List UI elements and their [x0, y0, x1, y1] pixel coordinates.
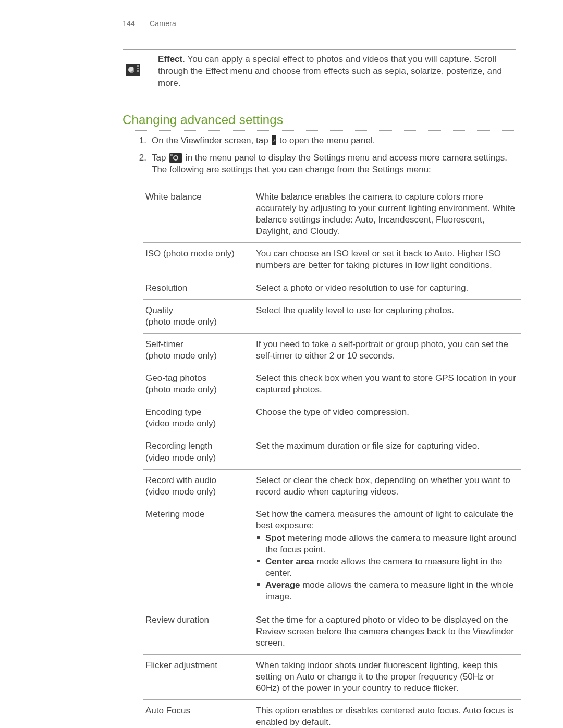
settings-row: Self-timer(photo mode only)If you need t…: [143, 333, 521, 367]
setting-description: Choose the type of video compression.: [256, 407, 409, 417]
setting-description-intro: Set how the camera measures the amount o…: [256, 509, 517, 532]
setting-label-cell: Review duration: [143, 609, 254, 654]
settings-row: Geo-tag photos(photo mode only)Select th…: [143, 367, 521, 401]
setting-bullet: Spot metering mode allows the camera to …: [263, 533, 517, 556]
bullet-bold: Spot: [265, 533, 285, 543]
section-rule-top: [123, 108, 516, 108]
setting-label-sub: (photo mode only): [145, 384, 250, 396]
effect-icon: [126, 64, 140, 76]
setting-bullet: Average mode allows the camera to measur…: [263, 579, 517, 602]
settings-row: Quality(photo mode only)Select the quali…: [143, 299, 521, 333]
document-page: 144 Camera Effect. You can apply a speci…: [0, 0, 563, 728]
setting-label-main: White balance: [145, 192, 202, 202]
chapter-title: Camera: [150, 19, 176, 28]
setting-description: Select this check box when you want to s…: [256, 373, 516, 394]
setting-label-cell: White balance: [143, 186, 254, 243]
setting-label-main: Auto Focus: [145, 706, 190, 715]
setting-description: If you need to take a self-portrait or g…: [256, 339, 508, 361]
settings-row: Auto FocusThis option enables or disable…: [143, 700, 521, 728]
step-before: Tap: [152, 153, 168, 163]
setting-description-cell: When taking indoor shots under fluoresce…: [254, 654, 521, 699]
setting-bullet: Center area mode allows the camera to me…: [263, 556, 517, 579]
step-2: 2. Tap in the menu panel to display the …: [133, 152, 516, 176]
setting-label-main: Resolution: [145, 283, 187, 293]
setting-label-sub: (photo mode only): [145, 350, 250, 362]
step-after: to open the menu panel.: [277, 135, 375, 145]
effect-table: Effect. You can apply a special effect t…: [123, 49, 516, 94]
setting-description: Select or clear the check box, depending…: [256, 475, 510, 497]
setting-label-sub: (video mode only): [145, 486, 250, 498]
setting-description: This option enables or disables centered…: [256, 706, 513, 727]
page-header: 144 Camera: [123, 19, 176, 29]
setting-description: Select the quality level to use for capt…: [256, 305, 454, 315]
setting-description: You can choose an ISO level or set it ba…: [256, 249, 501, 270]
setting-label-main: Geo-tag photos: [145, 373, 206, 383]
effect-text: . You can apply a special effect to phot…: [158, 54, 502, 88]
step-text: On the Viewfinder screen, tap to open th…: [152, 135, 516, 147]
steps-list: 1. On the Viewfinder screen, tap to open…: [123, 135, 516, 176]
setting-description-cell: White balance enables the camera to capt…: [254, 186, 521, 243]
menu-tab-icon: [272, 135, 276, 145]
settings-row: Metering modeSet how the camera measures…: [143, 503, 521, 609]
setting-description: Set the time for a captured photo or vid…: [256, 615, 514, 648]
setting-label-cell: Encoding type(video mode only): [143, 401, 254, 435]
setting-label-main: Flicker adjustment: [145, 660, 217, 670]
setting-label-main: ISO (photo mode only): [145, 249, 235, 258]
step-text: Tap in the menu panel to display the Set…: [152, 152, 516, 176]
setting-description: Set the maximum duration or file size fo…: [256, 441, 480, 451]
setting-label-sub: (video mode only): [145, 418, 250, 429]
setting-label-main: Recording length: [145, 441, 213, 451]
settings-row: Flicker adjustmentWhen taking indoor sho…: [143, 654, 521, 699]
settings-row: White balanceWhite balance enables the c…: [143, 186, 521, 243]
setting-description-cell: Set the time for a captured photo or vid…: [254, 609, 521, 654]
setting-label-cell: Geo-tag photos(photo mode only): [143, 367, 254, 401]
settings-row: Review durationSet the time for a captur…: [143, 609, 521, 654]
setting-label-main: Review duration: [145, 615, 209, 625]
bullet-rest: mode allows the camera to measure light …: [265, 580, 514, 601]
setting-label-main: Self-timer: [145, 339, 183, 349]
settings-row: Record with audio(video mode only)Select…: [143, 469, 521, 503]
setting-label-cell: Resolution: [143, 277, 254, 299]
setting-label-cell: Quality(photo mode only): [143, 299, 254, 333]
setting-description: When taking indoor shots under fluoresce…: [256, 660, 498, 693]
page-number: 144: [123, 19, 135, 28]
setting-description-cell: Set the maximum duration or file size fo…: [254, 435, 521, 469]
section-title: Changing advanced settings: [123, 112, 516, 128]
bullet-bold: Center area: [265, 557, 314, 566]
setting-label-cell: ISO (photo mode only): [143, 243, 254, 277]
setting-label-cell: Recording length(video mode only): [143, 435, 254, 469]
effect-row: Effect. You can apply a special effect t…: [123, 50, 516, 94]
step-after: in the menu panel to display the Setting…: [152, 153, 507, 175]
setting-description-cell: Select the quality level to use for capt…: [254, 299, 521, 333]
settings-row: ResolutionSelect a photo or video resolu…: [143, 277, 521, 299]
setting-label-main: Metering mode: [145, 509, 204, 519]
setting-label-cell: Self-timer(photo mode only): [143, 333, 254, 367]
step-before: On the Viewfinder screen, tap: [152, 135, 271, 145]
setting-description-cell: Select this check box when you want to s…: [254, 367, 521, 401]
setting-description-cell: You can choose an ISO level or set it ba…: [254, 243, 521, 277]
setting-label-cell: Flicker adjustment: [143, 654, 254, 699]
setting-description: Select a photo or video resolution to us…: [256, 283, 468, 293]
setting-description-cell: Choose the type of video compression.: [254, 401, 521, 435]
setting-label-main: Record with audio: [145, 475, 216, 485]
setting-label-main: Encoding type: [145, 407, 202, 417]
section-rule-bottom: [123, 130, 516, 131]
setting-label-sub: (photo mode only): [145, 316, 250, 328]
setting-label-main: Quality: [145, 305, 173, 315]
step-1: 1. On the Viewfinder screen, tap to open…: [133, 135, 516, 147]
setting-label-cell: Record with audio(video mode only): [143, 469, 254, 503]
settings-table: White balanceWhite balance enables the c…: [143, 186, 521, 728]
settings-row: Recording length(video mode only)Set the…: [143, 435, 521, 469]
settings-gear-icon: [169, 153, 182, 163]
setting-description-cell: Select or clear the check box, depending…: [254, 469, 521, 503]
page-content: Effect. You can apply a special effect t…: [123, 49, 516, 728]
setting-description-cell: If you need to take a self-portrait or g…: [254, 333, 521, 367]
bullet-rest: metering mode allows the camera to measu…: [265, 533, 516, 554]
setting-description-cell: This option enables or disables centered…: [254, 700, 521, 728]
setting-description: White balance enables the camera to capt…: [256, 192, 515, 236]
step-number: 2.: [133, 152, 146, 164]
bullet-bold: Average: [265, 580, 300, 590]
setting-label-cell: Metering mode: [143, 503, 254, 609]
effect-description-cell: Effect. You can apply a special effect t…: [155, 50, 516, 94]
settings-row: Encoding type(video mode only)Choose the…: [143, 401, 521, 435]
